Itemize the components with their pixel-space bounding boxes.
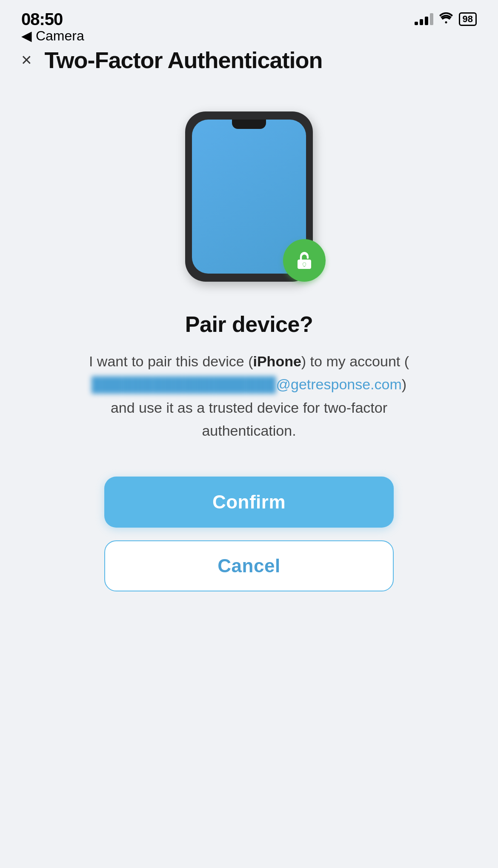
battery-icon: 98	[459, 12, 477, 26]
page-title: Two-Factor Authentication	[45, 47, 323, 73]
email-domain: @getresponse.com	[276, 376, 401, 392]
unlock-lock-icon	[293, 249, 315, 271]
phone-notch	[232, 120, 266, 129]
phone-illustration	[181, 107, 317, 286]
device-name: iPhone	[253, 353, 301, 369]
pair-description: I want to pair this device (iPhone) to m…	[79, 350, 419, 443]
description-text-2: ) to my account (	[301, 353, 409, 369]
pair-title: Pair device?	[79, 311, 419, 337]
cancel-button[interactable]: Cancel	[104, 540, 394, 591]
description-text-1: I want to pair this device (	[89, 353, 253, 369]
lock-badge	[283, 239, 326, 282]
email-blurred: ██████████████████	[92, 373, 276, 396]
content-section: Pair device? I want to pair this device …	[79, 311, 419, 443]
wifi-icon	[439, 12, 453, 27]
buttons-section: Confirm Cancel	[34, 477, 464, 591]
confirm-button[interactable]: Confirm	[104, 477, 394, 528]
battery-level: 98	[463, 14, 473, 25]
back-navigation[interactable]: ◀ Camera	[21, 28, 84, 44]
close-button[interactable]: ×	[21, 51, 32, 69]
status-right-icons: 98	[415, 12, 477, 27]
signal-icon	[415, 13, 433, 25]
main-content: Pair device? I want to pair this device …	[0, 82, 498, 608]
status-time: 08:50	[21, 10, 63, 29]
svg-rect-4	[304, 264, 305, 266]
